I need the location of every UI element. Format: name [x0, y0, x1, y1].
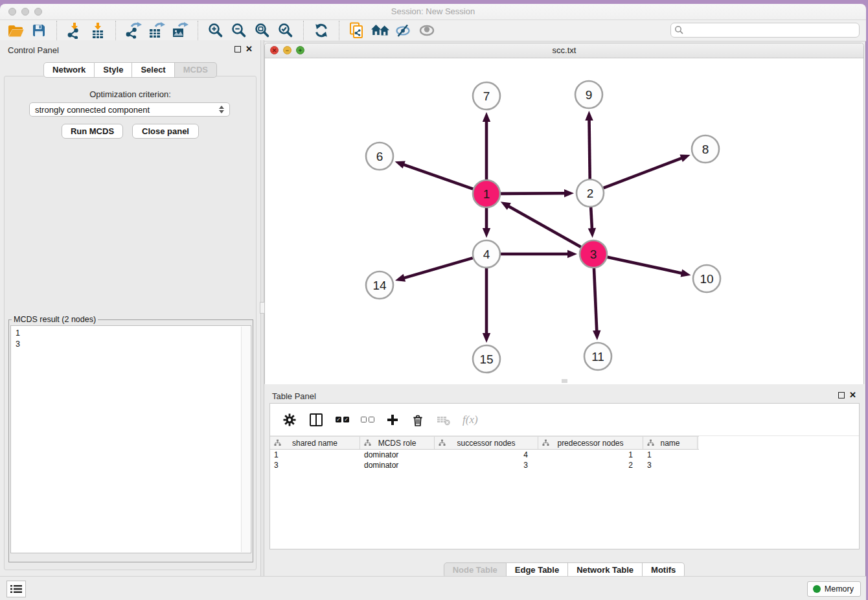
show-hide-graphics-icon[interactable] [392, 21, 415, 40]
network-close-icon[interactable]: ✕ [270, 46, 279, 54]
delete-row-icon[interactable] [405, 410, 431, 430]
graph-edge-1-6[interactable] [403, 165, 473, 189]
network-minimize-icon[interactable]: − [283, 46, 291, 54]
network-window-titlebar[interactable]: ✕ − + scc.txt [265, 43, 863, 58]
toolbar-separator [303, 21, 304, 40]
open-session-icon[interactable] [4, 21, 27, 40]
criterion-select[interactable]: strongly connected component [29, 102, 230, 117]
memory-button[interactable]: Memory [807, 581, 861, 597]
zoom-selected-icon[interactable] [274, 21, 297, 40]
deselect-all-icon[interactable] [355, 410, 380, 430]
table-cell[interactable]: dominator [360, 460, 435, 470]
criterion-select-value: strongly connected component [35, 105, 150, 115]
graph-node-label: 2 [587, 187, 594, 200]
graph-edge-3-11[interactable] [594, 268, 597, 332]
graph-edge-arrowhead [395, 161, 405, 168]
graph-edge-arrowhead [588, 228, 596, 238]
table-cell[interactable]: 4 [435, 450, 538, 460]
canvas-scroll-thumb[interactable] [562, 379, 567, 383]
graph-edge-arrowhead [567, 250, 577, 258]
graph-edge-3-10[interactable] [607, 257, 682, 273]
table-body: 1dominator4113dominator323 [270, 450, 859, 470]
table-row[interactable]: 3dominator323 [270, 460, 859, 470]
graph-edge-arrowhead [585, 111, 593, 121]
select-all-icon[interactable]: ✓✓ [330, 410, 355, 430]
float-panel-icon[interactable] [234, 46, 241, 52]
table-options-icon[interactable] [277, 410, 303, 430]
column-header-name[interactable]: name [643, 437, 698, 449]
graph-node-label: 8 [702, 143, 709, 156]
network-canvas[interactable]: 7968124314101511 [265, 58, 863, 384]
result-scrollbar[interactable] [241, 327, 250, 552]
column-header-shared-name[interactable]: shared name [270, 437, 360, 449]
network-maximize-icon[interactable]: + [296, 46, 304, 54]
window-titlebar: Session: New Session [0, 4, 866, 20]
import-network-icon[interactable] [63, 21, 86, 40]
close-panel-icon[interactable]: ✕ [246, 45, 253, 53]
search-input[interactable] [684, 25, 856, 36]
mcds-result-text[interactable]: 13 [10, 325, 251, 553]
export-image-icon[interactable] [168, 21, 192, 40]
graph-edge-arrowhead [483, 228, 490, 238]
graph-edge-4-14[interactable] [403, 258, 472, 278]
tab-network[interactable]: Network [43, 62, 95, 78]
graph-edge-2-9[interactable] [589, 119, 590, 179]
save-session-icon[interactable] [27, 21, 51, 40]
function-builder-icon[interactable]: f(x) [457, 410, 484, 430]
optimization-criterion-label: Optimization criterion: [5, 89, 256, 99]
graph-edge-arrowhead [681, 269, 691, 277]
graph-node-label: 9 [586, 88, 593, 102]
export-table-icon[interactable] [145, 21, 168, 40]
tab-select[interactable]: Select [132, 62, 174, 78]
run-mcds-button[interactable]: Run MCDS [62, 124, 123, 139]
zoom-window-button[interactable] [34, 8, 42, 16]
toolbar-separator [115, 21, 116, 40]
toolbar-separator [339, 21, 339, 40]
birds-eye-view-icon[interactable] [415, 21, 439, 40]
app-window: Session: New Session [0, 4, 866, 600]
add-row-icon[interactable] [380, 410, 405, 430]
minimize-window-button[interactable] [21, 8, 29, 16]
refresh-view-icon[interactable] [310, 21, 333, 40]
graph-node-label: 14 [372, 279, 387, 292]
graph-node-label: 15 [479, 352, 493, 366]
control-panel-tabs: NetworkStyleSelectMCDS [43, 62, 217, 78]
toolbar-separator [56, 21, 57, 40]
first-neighbors-icon[interactable] [369, 21, 392, 40]
table-cell[interactable]: dominator [360, 450, 435, 460]
destroy-table-icon[interactable] [431, 410, 457, 430]
zoom-in-icon[interactable] [204, 21, 227, 40]
table-cell[interactable]: 2 [538, 460, 643, 470]
column-header-MCDS-role[interactable]: MCDS role [360, 437, 435, 449]
close-table-panel-icon[interactable]: ✕ [849, 391, 856, 399]
graph-edge-2-8[interactable] [604, 158, 683, 189]
close-panel-button[interactable]: Close panel [132, 124, 199, 139]
table-cell[interactable]: 3 [270, 460, 360, 470]
graph-edge-arrowhead [483, 112, 490, 122]
zoom-fit-icon[interactable] [251, 21, 274, 40]
import-table-icon[interactable] [86, 21, 109, 40]
table-header-row: shared nameMCDS rolesuccessor nodesprede… [270, 436, 699, 450]
graph-edge-1-2[interactable] [501, 193, 565, 194]
table-cell[interactable]: 1 [643, 450, 698, 460]
zoom-out-icon[interactable] [227, 21, 251, 40]
float-table-panel-icon[interactable] [838, 392, 845, 398]
graph-edge-2-3[interactable] [591, 207, 592, 229]
show-columns-icon[interactable] [303, 410, 330, 430]
table-row[interactable]: 1dominator411 [270, 450, 859, 460]
close-window-button[interactable] [8, 8, 16, 16]
column-header-successor-nodes[interactable]: successor nodes [435, 437, 538, 449]
table-cell[interactable]: 3 [643, 460, 698, 470]
table-cell[interactable]: 3 [435, 460, 538, 470]
tab-mcds[interactable]: MCDS [175, 62, 217, 78]
graph-edge-3-1[interactable] [508, 206, 581, 248]
table-cell[interactable]: 1 [270, 450, 360, 460]
column-header-predecessor-nodes[interactable]: predecessor nodes [538, 437, 643, 449]
graph-node-label: 1 [483, 187, 490, 201]
tab-style[interactable]: Style [95, 62, 132, 78]
clone-network-icon[interactable] [345, 21, 369, 40]
table-cell[interactable]: 1 [538, 450, 643, 460]
task-history-button[interactable] [6, 581, 26, 597]
search-box[interactable] [670, 23, 860, 38]
export-network-icon[interactable] [122, 21, 145, 40]
